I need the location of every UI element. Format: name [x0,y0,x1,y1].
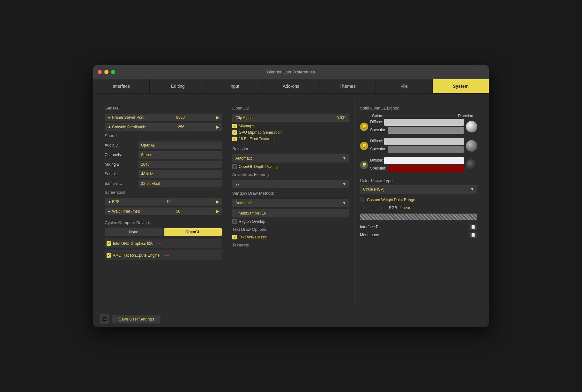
tab-editing[interactable]: Editing [150,79,206,93]
cycles-opencl-btn[interactable]: OpenCL [164,228,222,236]
interface-font-btn[interactable]: 📄 [469,224,477,230]
mixing-buffer-dropdown[interactable]: 2048 [138,161,222,168]
clip-alpha-box[interactable]: Clip Alpha: 0.031 [232,114,349,122]
sound-label: Sound: [105,133,222,138]
tab-interface[interactable]: Interface [93,79,150,93]
light1-sphere [466,121,477,132]
colors-header: Colors: [372,114,447,118]
window-draw-arrow-icon: ▼ [342,201,346,205]
window-draw-label: Window Draw Method: [232,191,349,196]
custom-weight-row: Custom Weight Paint Range [360,198,477,202]
textures-label: Textures: [232,243,349,247]
close-button[interactable] [98,70,102,74]
light3-row: 💡 Diffuse: Specular: [360,157,477,173]
gpu2-arrow-annotation: ← [164,252,170,259]
light3-specular-swatch[interactable] [388,165,464,172]
tab-file[interactable]: File [376,79,432,93]
frame-server-port-spinner[interactable]: ◄ Frame Server Port: 8080 ▶ [105,114,222,121]
light2-bulb[interactable]: 💡 [360,142,368,150]
region-overlap-checkbox[interactable] [232,219,237,224]
direction-header: Direction: [452,114,477,118]
minimize-button[interactable] [104,70,108,74]
save-icon-button[interactable]: 🖼 [100,314,109,324]
sample-type-dropdown[interactable]: 32-bit Float [138,180,222,187]
wait-timer-arrow: ▶ [216,209,219,214]
text-draw-label: Text Draw Options: [232,227,349,232]
light1-diffuse-row: Diffuse: [370,119,464,126]
light2-diffuse-swatch[interactable] [384,138,464,145]
opengl-depth-checkbox[interactable] [232,164,237,169]
light2-specular-label: Specular: [370,147,386,151]
arrow-right-icon2: ▶ [216,125,219,129]
light3-sphere [466,159,477,171]
light3-diffuse-swatch[interactable] [384,157,464,164]
light1-specular-swatch[interactable] [388,127,464,134]
mono-font-row: Mono-spac 📄 [360,232,477,238]
maximize-button[interactable] [111,70,115,74]
light3-bulb[interactable]: 💡 [360,161,368,169]
text-antialias-row: ✓ Text Anti-aliasing [232,235,349,239]
remove-weight-btn[interactable]: − [369,205,375,211]
light2-specular-swatch[interactable] [388,146,464,153]
color-picker-dropdown[interactable]: Circle (HSV) ▼ [360,185,477,194]
frame-server-port-label: ◄ Frame Server Port: [107,115,145,120]
mono-font-label: Mono-spac [360,233,467,237]
opengl-depth-row: OpenGL Depth Picking [232,164,349,169]
nav-bar: Interface Editing Input Add-ons Themes F… [93,79,489,94]
light1-diffuse-swatch[interactable] [384,119,464,126]
window-draw-dropdown[interactable]: Automatic ▼ [232,199,349,207]
light3-specular-label: Specular: [370,166,386,170]
light2-colors: Diffuse: Specular: [370,138,464,154]
main-window: Blender User Preferences Interface Editi… [93,65,489,327]
save-user-settings-button[interactable]: Save User Settings [112,315,160,323]
window-title: Blender User Preferences [267,70,315,74]
region-overlap-label: Region Overlap [239,219,265,224]
add-weight-btn[interactable]: + [360,205,366,211]
sample-type-row: Sample ... 32-bit Float [105,180,222,187]
channels-label: Channels: [105,153,137,157]
audio-device-dropdown[interactable]: OpenAL [138,141,222,149]
console-scrollback-spinner[interactable]: ◄ Console Scrollback: 256 ▶ [105,123,222,131]
mipmaps-checkbox[interactable]: ✓ [232,124,237,128]
solid-opengl-label: Solid OpenGL Lights: [360,106,477,110]
gpu2-row: ✓ AMD Radeon...pute Engine ← [105,250,222,260]
audio-device-row: Audio D... OpenAL [105,141,222,149]
opengl-depth-label: OpenGL Depth Picking [239,164,278,169]
gpu2-checkbox[interactable]: ✓ [107,253,111,258]
cycles-none-btn[interactable]: None [105,228,163,236]
gpu2-label: AMD Radeon...pute Engine [113,253,160,258]
left-column: General: ◄ Frame Server Port: 8080 ▶ ◄ C… [100,100,227,304]
gpu1-checkbox[interactable]: ✓ [107,241,111,246]
light2-diffuse-row: Diffuse: [370,138,464,145]
tab-input[interactable]: Input [206,79,263,93]
tab-themes[interactable]: Themes [319,79,376,93]
fps-spinner[interactable]: ◄ FPS: 10 ▶ [105,198,222,206]
rgb-label: RGB [389,206,397,210]
mono-font-btn[interactable]: 📄 [469,232,477,238]
audio-device-label: Audio D... [105,143,137,147]
light3-diffuse-row: Diffuse: [370,157,464,164]
light1-section: Colors: Direction: 💡 Diffuse: Specular: [360,114,477,135]
bit-float-checkbox[interactable]: ✓ [232,137,237,141]
automatic-dropdown[interactable]: Automatic ▼ [232,154,349,162]
wait-timer-spinner[interactable]: ◄ Wait Timer (ms): 50 ▶ [105,207,222,215]
cycles-label: Cycles Compute Device: [105,220,222,225]
aniso-dropdown[interactable]: 2x ▼ [232,180,349,188]
channels-dropdown[interactable]: Stereo [138,151,222,159]
sample-rate-dropdown[interactable]: 48 kHz [138,170,222,178]
gpu1-arrow-annotation: ← [158,240,164,247]
console-scrollback-row: ◄ Console Scrollback: 256 ▶ [105,123,222,131]
text-antialias-checkbox[interactable]: ✓ [232,235,237,239]
opengl-label: OpenGL: [232,106,349,110]
light1-bulb[interactable]: 💡 [360,123,368,131]
right-column: Solid OpenGL Lights: Colors: Direction: … [355,100,482,304]
fps-arrow-right: ▶ [216,200,219,204]
tab-addons[interactable]: Add-ons [263,79,319,93]
custom-weight-checkbox[interactable] [360,198,364,202]
weight-controls: + − ↔ RGB Linear [360,205,477,211]
tab-system[interactable]: System [433,79,489,93]
gpu-mipmap-checkbox[interactable]: ✓ [232,130,237,135]
swap-weight-btn[interactable]: ↔ [378,205,386,211]
arrow-right-icon: ▶ [216,115,219,120]
screencast-label: Screencast: [105,190,222,195]
